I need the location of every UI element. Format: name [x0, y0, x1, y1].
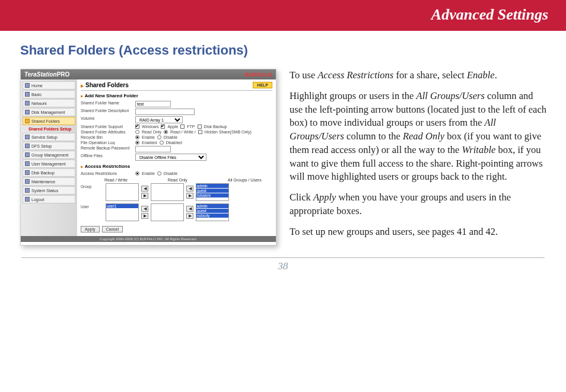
- group-all-list[interactable]: admin guest hdusers: [196, 183, 229, 201]
- group-ro-list[interactable]: [151, 183, 184, 201]
- shot-footer: Copyright 2000-2006 (C) BUFFALO INC. All…: [21, 236, 276, 242]
- screenshot-panel: TeraStationPRO BUFFALO Home Basic Networ…: [20, 69, 276, 246]
- sidebar-item-user[interactable]: User Management: [23, 160, 75, 168]
- sidebar-item-label: Disk Backup: [31, 171, 55, 175]
- sidebar-item-maintenance[interactable]: Maintenance: [23, 177, 75, 186]
- list-item[interactable]: guest: [196, 189, 228, 193]
- panel-head: ▶Shared Folders HELP: [81, 82, 272, 91]
- list-item[interactable]: hdusers: [196, 193, 228, 197]
- ar-group-row: Group ◀▶ ◀▶ admin guest hdusers: [81, 183, 272, 201]
- user-rw-list[interactable]: user1: [106, 203, 139, 221]
- sidebar-item-label: Group Management: [31, 153, 68, 157]
- sidebar-item-dfs[interactable]: DFS Setup: [23, 142, 75, 150]
- sidebar-item-label: Home: [31, 84, 43, 88]
- paragraph: To set up new groups and users, see page…: [290, 225, 548, 239]
- list-item[interactable]: user1: [106, 204, 138, 208]
- chk-windows[interactable]: [135, 125, 139, 129]
- label: Access Restrictions: [81, 171, 135, 176]
- arrow-right-icon[interactable]: ▶: [141, 193, 148, 199]
- sidebar-item-basic[interactable]: Basic: [23, 90, 75, 98]
- arrow-left-icon[interactable]: ◀: [186, 206, 193, 212]
- content: TeraStationPRO BUFFALO Home Basic Networ…: [0, 69, 566, 246]
- rbpw-input[interactable]: [135, 146, 171, 152]
- ar-user-row: User user1 ◀▶ ◀▶ admin guest nobody: [81, 203, 272, 221]
- rad-log-disabled[interactable]: [160, 141, 164, 145]
- rad-recycle-enable[interactable]: [135, 135, 139, 139]
- name-input[interactable]: [135, 101, 171, 107]
- logo-main: TeraStation: [24, 71, 57, 78]
- sidebar-item-group[interactable]: Group Management: [23, 151, 75, 159]
- home-icon: [25, 83, 30, 88]
- arrow-right-icon[interactable]: ▶: [186, 193, 193, 199]
- group-rw-list[interactable]: [106, 183, 139, 201]
- service-icon: [25, 135, 30, 139]
- list-item[interactable]: guest: [196, 209, 228, 213]
- list-item[interactable]: admin: [196, 184, 228, 188]
- arrow-right-icon[interactable]: ▶: [186, 213, 193, 219]
- arrow-left-icon[interactable]: ◀: [186, 186, 193, 192]
- label: Shared Folder Support: [81, 125, 135, 129]
- basic-icon: [25, 92, 30, 97]
- chk-ftp[interactable]: [180, 125, 185, 129]
- rad-ar-enable[interactable]: [135, 171, 139, 176]
- label: Shared Folder Description: [81, 109, 135, 113]
- dfs-icon: [25, 144, 30, 148]
- user-ro-list[interactable]: [151, 203, 184, 221]
- row-rbpw: Remote Backup Password: [81, 145, 272, 153]
- chk-hidden[interactable]: [198, 130, 202, 134]
- row-oplog: File Operation Log Enabled Disabled: [81, 140, 272, 145]
- label: Volume: [81, 116, 135, 120]
- chk-apple[interactable]: [161, 125, 165, 129]
- sidebar-item-network[interactable]: Network: [23, 99, 75, 107]
- sidebar-item-disk[interactable]: Disk Management: [23, 108, 75, 116]
- sidebar-item-logout[interactable]: Logout: [23, 195, 75, 203]
- paragraph: To use Access Restrictions for a share, …: [290, 69, 548, 82]
- row-support: Shared Folder Support Windows Apple FTP …: [81, 124, 272, 129]
- sidebar-item-backup[interactable]: Disk Backup: [23, 168, 75, 177]
- chk-backup[interactable]: [198, 125, 202, 129]
- sidebar-item-home[interactable]: Home: [23, 81, 75, 90]
- sidebar-item-shared-setup[interactable]: Shared Folders Setup: [23, 126, 75, 132]
- label: Shared Folder Attributes: [81, 130, 135, 134]
- rad-readwrite[interactable]: [164, 130, 168, 134]
- label: Remote Backup Password: [81, 146, 135, 150]
- logout-icon: [25, 197, 30, 202]
- list-item[interactable]: nobody: [196, 213, 228, 218]
- desc-input[interactable]: [135, 109, 195, 115]
- sidebar-item-shared-folders[interactable]: Shared Folders: [23, 117, 75, 125]
- user-icon: [25, 161, 30, 166]
- arrow-left-icon[interactable]: ◀: [141, 186, 148, 192]
- maintenance-icon: [25, 179, 30, 184]
- network-icon: [25, 101, 30, 106]
- sidebar-item-status[interactable]: System Status: [23, 186, 75, 195]
- main-panel: ▶Shared Folders HELP ■Add New Shared Fol…: [77, 79, 276, 236]
- offline-select[interactable]: Disable Offline Files: [135, 154, 206, 161]
- rad-readonly[interactable]: [135, 130, 139, 134]
- arrow-left-icon[interactable]: ◀: [141, 206, 148, 212]
- bullet-icon: ■: [81, 94, 83, 98]
- row-offline: Offline Files Disable Offline Files: [81, 153, 272, 161]
- help-button[interactable]: HELP: [253, 82, 272, 88]
- group-icon: [25, 152, 30, 157]
- col-ro: Read Only: [168, 178, 187, 182]
- folder-icon: [25, 119, 30, 123]
- volume-select[interactable]: RAID Array 1: [135, 116, 183, 123]
- rad-log-enabled[interactable]: [135, 141, 139, 145]
- col-rw: Read / Write: [104, 178, 128, 182]
- sidebar-item-service[interactable]: Service Setup: [23, 133, 75, 141]
- user-all-list[interactable]: admin guest nobody: [196, 203, 229, 221]
- sidebar-item-label: Shared Folders: [31, 119, 60, 123]
- rad-recycle-disable[interactable]: [157, 135, 161, 139]
- banner: Advanced Settings: [0, 0, 566, 31]
- sidebar-item-label: Basic: [31, 93, 42, 97]
- list-item[interactable]: admin: [196, 204, 228, 208]
- cancel-button[interactable]: Cancel: [102, 226, 123, 232]
- label: Recycle Bin: [81, 135, 135, 139]
- arrow-right-icon[interactable]: ▶: [141, 213, 148, 219]
- group-label: Group: [81, 183, 103, 189]
- user-label: User: [81, 203, 103, 209]
- apply-button[interactable]: Apply: [81, 226, 100, 232]
- section-title: Shared Folders (Access restrictions): [0, 31, 566, 69]
- rad-ar-disable[interactable]: [157, 171, 161, 176]
- sidebar-item-label: Disk Management: [31, 110, 65, 114]
